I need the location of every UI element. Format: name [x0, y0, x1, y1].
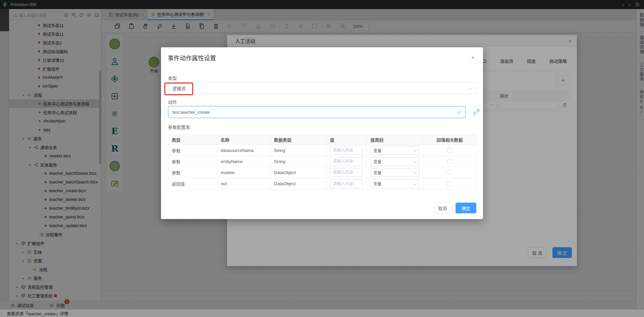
backfill-cell — [423, 156, 476, 167]
backfill-cell — [423, 145, 476, 156]
param-value-input[interactable] — [330, 146, 363, 155]
value-type-select[interactable]: 变量 — [370, 179, 419, 188]
value-type-value: 变量 — [373, 159, 381, 164]
params-col-header: 值类别 — [367, 135, 423, 145]
link-action-icon[interactable] — [473, 108, 480, 115]
param-name-cell: out — [217, 178, 271, 189]
backfill-checkbox[interactable] — [447, 148, 452, 153]
param-datatype-cell: String — [271, 156, 327, 167]
chevron-down-icon — [468, 86, 472, 90]
value-type-cell: 变量 — [367, 167, 423, 178]
backfill-checkbox[interactable] — [447, 181, 452, 186]
param-name-cell: datasourceName — [217, 145, 271, 156]
primeton-ide-app: Primeton-IDE ‹ › 测试多选11测试多选11测试多选2测试自动编码… — [0, 0, 644, 317]
param-value-cell — [326, 145, 367, 156]
chevron-down-icon — [413, 170, 417, 174]
param-value-cell — [326, 178, 367, 189]
value-type-value: 变量 — [373, 148, 381, 153]
value-type-cell: 变量 — [367, 178, 423, 189]
value-type-cell: 变量 — [367, 156, 423, 167]
param-value-cell — [326, 167, 367, 178]
params-header-row: 类型名称数据类型值值类别回填相关数据 — [168, 135, 476, 145]
param-datatype-cell: DataObject — [271, 178, 327, 189]
value-type-value: 变量 — [373, 181, 381, 187]
param-type-cell: 参数 — [168, 156, 217, 167]
modal-title: 事件动作属性设置 — [168, 53, 216, 62]
value-type-cell: 变量 — [367, 145, 423, 156]
chevron-down-icon — [413, 181, 417, 185]
param-value-input[interactable] — [330, 179, 363, 188]
params-row: 参数modelsDataObject变量 — [168, 167, 476, 178]
clear-input-icon[interactable] — [457, 110, 462, 115]
value-type-select[interactable]: 变量 — [370, 157, 419, 166]
param-value-input[interactable] — [330, 168, 363, 177]
param-type-cell: 参数 — [168, 167, 217, 178]
value-type-select[interactable]: 变量 — [370, 146, 419, 155]
param-name-cell: models — [217, 167, 271, 178]
params-col-header: 数据类型 — [271, 135, 327, 145]
event-action-properties-modal: 事件动作属性设置 × 类型 逻辑流 动作 参数配置表: 类型名称数据类型值值类别… — [161, 47, 483, 219]
params-row: 返回值outDataObject变量 — [168, 178, 476, 189]
params-col-header: 回填相关数据 — [423, 135, 476, 145]
modal-params-table: 类型名称数据类型值值类别回填相关数据参数datasourceNameString… — [168, 135, 477, 190]
param-datatype-cell: String — [271, 145, 327, 156]
backfill-cell — [423, 178, 476, 189]
value-type-select[interactable]: 变量 — [370, 168, 419, 177]
params-col-header: 类型 — [168, 135, 217, 145]
modal-ok-button[interactable]: 确定 — [455, 203, 476, 213]
params-table-label: 参数配置表: — [168, 124, 191, 130]
chevron-down-icon — [413, 159, 417, 163]
type-select[interactable]: 逻辑流 — [168, 82, 477, 94]
type-label: 类型 — [168, 75, 177, 81]
param-value-cell — [326, 156, 367, 167]
params-col-header: 值 — [326, 135, 367, 145]
action-input-wrap — [168, 106, 466, 118]
backfill-checkbox[interactable] — [447, 159, 452, 164]
action-label: 动作 — [168, 99, 177, 105]
param-name-cell: entityName — [217, 156, 271, 167]
value-type-value: 变量 — [373, 170, 381, 175]
type-select-value: 逻辑流 — [172, 85, 185, 92]
param-type-cell: 返回值 — [168, 178, 217, 189]
param-datatype-cell: DataObject — [271, 167, 327, 178]
chevron-down-icon — [413, 148, 417, 152]
modal-cancel-button[interactable]: 取消 — [433, 203, 452, 213]
backfill-checkbox[interactable] — [447, 170, 452, 175]
action-input[interactable] — [172, 110, 447, 115]
params-row: 参数datasourceNameString变量 — [168, 145, 476, 156]
param-value-input[interactable] — [330, 157, 363, 166]
params-row: 参数entityNameString变量 — [168, 156, 476, 167]
backfill-cell — [423, 167, 476, 178]
modal-close-icon[interactable]: × — [471, 55, 475, 60]
params-col-header: 名称 — [217, 135, 271, 145]
param-type-cell: 参数 — [168, 145, 217, 156]
